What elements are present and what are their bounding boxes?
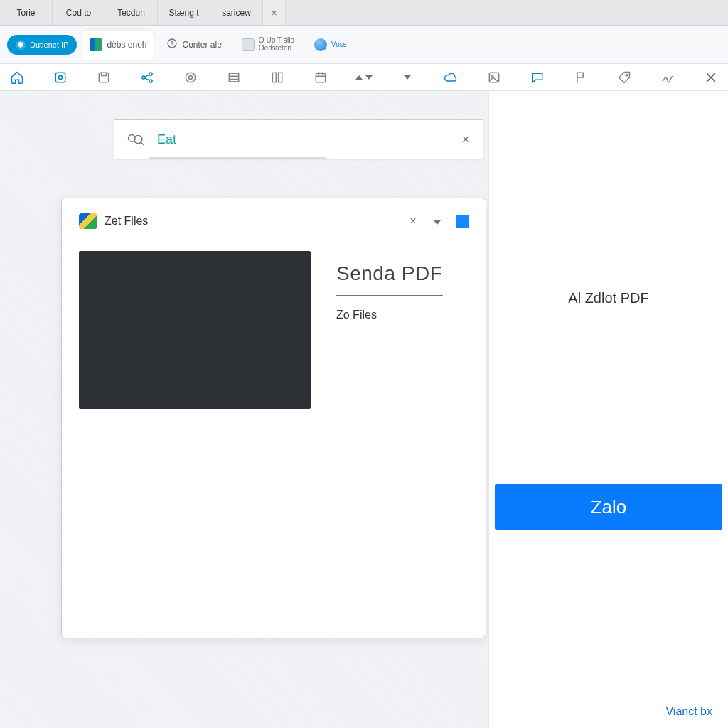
account-pill[interactable]: Dutienet IP bbox=[7, 35, 77, 55]
close-tab-button[interactable]: × bbox=[263, 0, 286, 25]
svg-rect-10 bbox=[272, 73, 276, 82]
home-icon[interactable] bbox=[6, 70, 29, 85]
app-tab[interactable]: Voss bbox=[307, 31, 354, 59]
window-tab[interactable]: Cod to bbox=[53, 0, 105, 25]
list-icon[interactable] bbox=[223, 70, 246, 85]
footer-link[interactable]: Vianct bx bbox=[665, 705, 712, 718]
svg-point-15 bbox=[626, 74, 628, 76]
app-tab-label-top: O Up T alio bbox=[259, 37, 294, 45]
app-header: Dutienet IP dèbs eneh Conter ale O Up T … bbox=[0, 26, 728, 64]
app-logo-icon bbox=[90, 38, 102, 51]
svg-rect-11 bbox=[279, 73, 282, 82]
search-input[interactable] bbox=[157, 132, 449, 147]
app-tab-label: dèbs eneh bbox=[107, 40, 146, 50]
app-tab-label: Conter ale bbox=[182, 40, 221, 50]
card-menu-button[interactable] bbox=[429, 215, 446, 228]
card-expand-button[interactable] bbox=[456, 215, 469, 228]
window-tab[interactable]: Torie bbox=[0, 0, 53, 25]
side-panel: Al Zdlot PDF Zalo Vianct bx bbox=[489, 91, 728, 728]
file-app-icon bbox=[79, 213, 97, 229]
doc-icon bbox=[242, 38, 255, 51]
app-tab[interactable]: O Up T alio Oedsteten bbox=[235, 31, 301, 59]
card-header: Zet Files × bbox=[79, 211, 469, 231]
input-underline bbox=[149, 157, 326, 159]
calendar-icon[interactable] bbox=[309, 70, 333, 85]
target-icon[interactable] bbox=[179, 70, 203, 85]
search-icon bbox=[114, 132, 157, 146]
card-title: Zet Files bbox=[105, 215, 148, 228]
cloud-icon[interactable] bbox=[439, 70, 462, 85]
window-tabstrip: Torie Cod to Tecdun Stæng t saricew × bbox=[0, 0, 728, 26]
window-tab[interactable]: Stæng t bbox=[158, 0, 210, 25]
app-tab-label-bottom: Oedsteten bbox=[259, 45, 294, 53]
card-close-button[interactable]: × bbox=[405, 215, 422, 228]
svg-point-14 bbox=[491, 75, 493, 77]
flag-icon[interactable] bbox=[569, 70, 592, 85]
app-tab-label: Voss bbox=[331, 41, 347, 48]
signature-icon[interactable] bbox=[655, 70, 679, 85]
svg-rect-9 bbox=[229, 73, 238, 82]
svg-point-8 bbox=[189, 75, 193, 79]
document-headline: Senda PDF bbox=[336, 262, 443, 285]
share-icon[interactable] bbox=[136, 70, 159, 85]
svg-rect-3 bbox=[100, 73, 109, 82]
zalo-button[interactable]: Zalo bbox=[495, 484, 722, 530]
file-preview-card: Zet Files × Senda PDF Zo Files bbox=[61, 198, 486, 638]
svg-rect-12 bbox=[316, 73, 325, 82]
extension-icon[interactable] bbox=[49, 70, 73, 85]
side-panel-title: Al Zdlot PDF bbox=[568, 290, 648, 306]
toolbar bbox=[0, 64, 728, 91]
chevron-down-icon[interactable] bbox=[395, 75, 419, 80]
globe-icon bbox=[314, 38, 327, 51]
svg-rect-1 bbox=[56, 73, 65, 82]
document-meta: Senda PDF Zo Files bbox=[336, 251, 443, 409]
main-area: × Zet Files × Senda PDF Zo Files bbox=[0, 91, 728, 728]
close-icon[interactable] bbox=[699, 70, 722, 85]
document-subline: Zo Files bbox=[336, 309, 443, 321]
svg-point-7 bbox=[186, 73, 196, 82]
window-tab[interactable]: Tecdun bbox=[105, 0, 158, 25]
columns-icon[interactable] bbox=[266, 70, 289, 85]
image-icon[interactable] bbox=[482, 70, 505, 85]
shield-icon bbox=[16, 40, 26, 50]
clear-search-button[interactable]: × bbox=[449, 132, 483, 147]
save-icon[interactable] bbox=[92, 70, 116, 85]
divider bbox=[336, 295, 443, 296]
clock-icon bbox=[166, 38, 178, 51]
account-pill-label: Dutienet IP bbox=[30, 41, 68, 49]
app-tab[interactable]: dèbs eneh bbox=[82, 31, 154, 59]
tag-icon[interactable] bbox=[612, 70, 636, 85]
workspace: × Zet Files × Senda PDF Zo Files bbox=[0, 91, 489, 728]
app-tab[interactable]: Conter ale bbox=[159, 31, 228, 59]
window-tab[interactable]: saricew bbox=[210, 0, 263, 25]
document-thumbnail[interactable] bbox=[79, 251, 311, 409]
svg-point-2 bbox=[59, 75, 63, 79]
search-bar[interactable]: × bbox=[114, 119, 483, 159]
chat-icon[interactable] bbox=[525, 70, 549, 85]
sort-icon[interactable] bbox=[353, 75, 376, 80]
